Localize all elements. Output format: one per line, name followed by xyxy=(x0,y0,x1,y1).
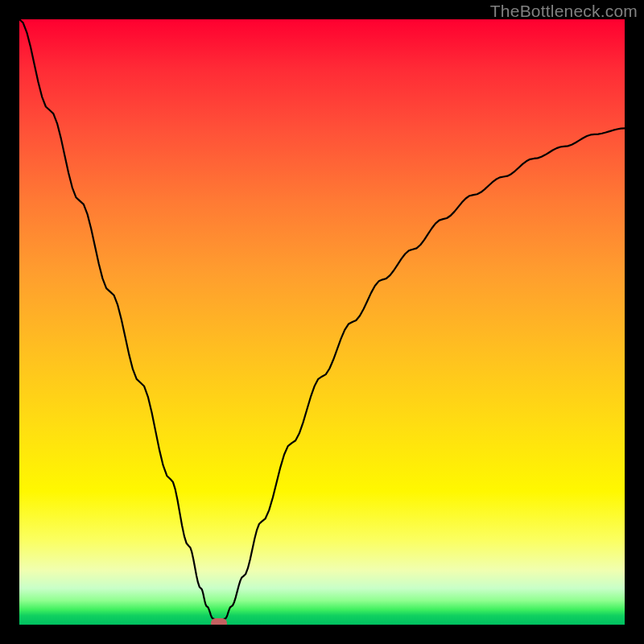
chart-frame: TheBottleneck.com xyxy=(0,0,644,644)
bottleneck-curve xyxy=(19,19,625,625)
watermark-text: TheBottleneck.com xyxy=(490,2,638,21)
optimal-point-marker xyxy=(211,618,227,625)
plot-area xyxy=(19,19,625,625)
